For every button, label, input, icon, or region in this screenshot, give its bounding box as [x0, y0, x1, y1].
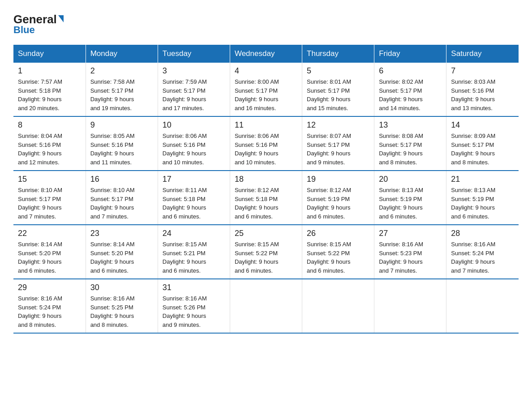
- week-row-5: 29 Sunrise: 8:16 AM Sunset: 5:24 PM Dayl…: [13, 279, 519, 333]
- day-number: 21: [451, 175, 514, 184]
- day-number: 26: [307, 229, 369, 238]
- day-number: 10: [163, 120, 225, 130]
- day-info: Sunrise: 7:57 AM Sunset: 5:18 PM Dayligh…: [18, 77, 81, 112]
- day-number: 20: [379, 175, 442, 184]
- day-info: Sunrise: 8:14 AM Sunset: 5:20 PM Dayligh…: [18, 240, 81, 275]
- day-info: Sunrise: 7:58 AM Sunset: 5:17 PM Dayligh…: [90, 77, 153, 112]
- calendar-cell: 24 Sunrise: 8:15 AM Sunset: 5:21 PM Dayl…: [158, 225, 230, 279]
- day-info: Sunrise: 8:07 AM Sunset: 5:17 PM Dayligh…: [307, 132, 369, 167]
- day-info: Sunrise: 8:01 AM Sunset: 5:17 PM Dayligh…: [307, 77, 369, 112]
- calendar-table: SundayMondayTuesdayWednesdayThursdayFrid…: [13, 45, 519, 334]
- day-number: 30: [90, 283, 153, 292]
- calendar-cell: [230, 279, 302, 333]
- week-row-2: 8 Sunrise: 8:04 AM Sunset: 5:16 PM Dayli…: [13, 116, 519, 171]
- day-info: Sunrise: 8:06 AM Sunset: 5:16 PM Dayligh…: [235, 132, 297, 167]
- day-header-saturday: Saturday: [446, 45, 519, 63]
- day-info: Sunrise: 7:59 AM Sunset: 5:17 PM Dayligh…: [163, 77, 225, 112]
- calendar-cell: 29 Sunrise: 8:16 AM Sunset: 5:24 PM Dayl…: [13, 279, 86, 333]
- calendar-cell: 21 Sunrise: 8:13 AM Sunset: 5:19 PM Dayl…: [446, 171, 519, 225]
- day-info: Sunrise: 8:16 AM Sunset: 5:24 PM Dayligh…: [451, 240, 514, 275]
- calendar-cell: 17 Sunrise: 8:11 AM Sunset: 5:18 PM Dayl…: [158, 171, 230, 225]
- calendar-cell: 31 Sunrise: 8:16 AM Sunset: 5:26 PM Dayl…: [158, 279, 230, 333]
- day-number: 27: [379, 229, 442, 238]
- day-info: Sunrise: 8:12 AM Sunset: 5:19 PM Dayligh…: [307, 186, 369, 221]
- day-info: Sunrise: 8:10 AM Sunset: 5:17 PM Dayligh…: [90, 186, 153, 221]
- day-info: Sunrise: 8:16 AM Sunset: 5:23 PM Dayligh…: [379, 240, 442, 275]
- day-number: 25: [235, 229, 297, 238]
- calendar-cell: 22 Sunrise: 8:14 AM Sunset: 5:20 PM Dayl…: [13, 225, 86, 279]
- day-info: Sunrise: 8:13 AM Sunset: 5:19 PM Dayligh…: [379, 186, 442, 221]
- day-info: Sunrise: 8:16 AM Sunset: 5:25 PM Dayligh…: [90, 294, 153, 329]
- day-number: 5: [307, 66, 369, 76]
- day-number: 6: [379, 66, 442, 76]
- day-info: Sunrise: 8:16 AM Sunset: 5:24 PM Dayligh…: [18, 294, 81, 329]
- day-info: Sunrise: 8:08 AM Sunset: 5:17 PM Dayligh…: [379, 132, 442, 167]
- day-info: Sunrise: 8:06 AM Sunset: 5:16 PM Dayligh…: [163, 132, 225, 167]
- day-info: Sunrise: 8:03 AM Sunset: 5:16 PM Dayligh…: [451, 77, 514, 112]
- week-row-1: 1 Sunrise: 7:57 AM Sunset: 5:18 PM Dayli…: [13, 63, 519, 116]
- day-info: Sunrise: 8:11 AM Sunset: 5:18 PM Dayligh…: [163, 186, 225, 221]
- day-info: Sunrise: 8:16 AM Sunset: 5:26 PM Dayligh…: [163, 294, 225, 329]
- page-header: General Blue: [13, 13, 519, 36]
- day-number: 2: [90, 66, 153, 76]
- calendar-cell: 9 Sunrise: 8:05 AM Sunset: 5:16 PM Dayli…: [86, 116, 158, 171]
- day-number: 1: [18, 66, 81, 76]
- logo-general: General: [13, 13, 64, 25]
- calendar-cell: 8 Sunrise: 8:04 AM Sunset: 5:16 PM Dayli…: [13, 116, 86, 171]
- day-info: Sunrise: 8:10 AM Sunset: 5:17 PM Dayligh…: [18, 186, 81, 221]
- day-info: Sunrise: 8:14 AM Sunset: 5:20 PM Dayligh…: [90, 240, 153, 275]
- day-number: 18: [235, 175, 297, 184]
- day-number: 3: [163, 66, 225, 76]
- day-header-sunday: Sunday: [13, 45, 86, 63]
- day-info: Sunrise: 8:09 AM Sunset: 5:17 PM Dayligh…: [451, 132, 514, 167]
- calendar-cell: [374, 279, 446, 333]
- calendar-cell: [446, 279, 519, 333]
- logo-blue: Blue: [13, 24, 35, 36]
- day-info: Sunrise: 8:15 AM Sunset: 5:22 PM Dayligh…: [307, 240, 369, 275]
- calendar-cell: 6 Sunrise: 8:02 AM Sunset: 5:17 PM Dayli…: [374, 63, 446, 116]
- calendar-cell: 16 Sunrise: 8:10 AM Sunset: 5:17 PM Dayl…: [86, 171, 158, 225]
- day-number: 7: [451, 66, 514, 76]
- day-info: Sunrise: 8:13 AM Sunset: 5:19 PM Dayligh…: [451, 186, 514, 221]
- day-number: 15: [18, 175, 81, 184]
- day-number: 19: [307, 175, 369, 184]
- day-header-friday: Friday: [374, 45, 446, 63]
- calendar-cell: 30 Sunrise: 8:16 AM Sunset: 5:25 PM Dayl…: [86, 279, 158, 333]
- day-number: 13: [379, 120, 442, 130]
- days-header-row: SundayMondayTuesdayWednesdayThursdayFrid…: [13, 45, 519, 63]
- day-number: 9: [90, 120, 153, 130]
- calendar-cell: 10 Sunrise: 8:06 AM Sunset: 5:16 PM Dayl…: [158, 116, 230, 171]
- day-number: 28: [451, 229, 514, 238]
- day-header-wednesday: Wednesday: [230, 45, 302, 63]
- calendar-cell: 18 Sunrise: 8:12 AM Sunset: 5:18 PM Dayl…: [230, 171, 302, 225]
- calendar-cell: 1 Sunrise: 7:57 AM Sunset: 5:18 PM Dayli…: [13, 63, 86, 116]
- day-header-tuesday: Tuesday: [158, 45, 230, 63]
- day-number: 22: [18, 229, 81, 238]
- week-row-4: 22 Sunrise: 8:14 AM Sunset: 5:20 PM Dayl…: [13, 225, 519, 279]
- day-number: 4: [235, 66, 297, 76]
- day-number: 14: [451, 120, 514, 130]
- day-number: 12: [307, 120, 369, 130]
- day-header-thursday: Thursday: [302, 45, 374, 63]
- week-row-3: 15 Sunrise: 8:10 AM Sunset: 5:17 PM Dayl…: [13, 171, 519, 225]
- calendar-cell: [302, 279, 374, 333]
- calendar-cell: 4 Sunrise: 8:00 AM Sunset: 5:17 PM Dayli…: [230, 63, 302, 116]
- day-info: Sunrise: 8:15 AM Sunset: 5:22 PM Dayligh…: [235, 240, 297, 275]
- calendar-cell: 23 Sunrise: 8:14 AM Sunset: 5:20 PM Dayl…: [86, 225, 158, 279]
- calendar-cell: 28 Sunrise: 8:16 AM Sunset: 5:24 PM Dayl…: [446, 225, 519, 279]
- calendar-cell: 27 Sunrise: 8:16 AM Sunset: 5:23 PM Dayl…: [374, 225, 446, 279]
- day-number: 31: [163, 283, 225, 292]
- day-info: Sunrise: 8:12 AM Sunset: 5:18 PM Dayligh…: [235, 186, 297, 221]
- calendar-cell: 26 Sunrise: 8:15 AM Sunset: 5:22 PM Dayl…: [302, 225, 374, 279]
- calendar-cell: 15 Sunrise: 8:10 AM Sunset: 5:17 PM Dayl…: [13, 171, 86, 225]
- day-info: Sunrise: 8:00 AM Sunset: 5:17 PM Dayligh…: [235, 77, 297, 112]
- calendar-cell: 2 Sunrise: 7:58 AM Sunset: 5:17 PM Dayli…: [86, 63, 158, 116]
- calendar-cell: 13 Sunrise: 8:08 AM Sunset: 5:17 PM Dayl…: [374, 116, 446, 171]
- day-number: 11: [235, 120, 297, 130]
- day-info: Sunrise: 8:04 AM Sunset: 5:16 PM Dayligh…: [18, 132, 81, 167]
- day-number: 17: [163, 175, 225, 184]
- calendar-cell: 11 Sunrise: 8:06 AM Sunset: 5:16 PM Dayl…: [230, 116, 302, 171]
- day-number: 29: [18, 283, 81, 292]
- day-number: 24: [163, 229, 225, 238]
- day-info: Sunrise: 8:05 AM Sunset: 5:16 PM Dayligh…: [90, 132, 153, 167]
